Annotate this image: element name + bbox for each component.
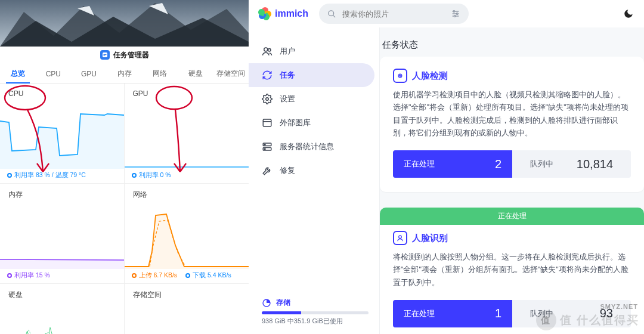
sidebar-item-jobs[interactable]: 任务 (249, 63, 374, 87)
sidebar-item-label: 设置 (280, 94, 295, 104)
immich-logo[interactable]: immich (258, 7, 308, 20)
tab-memory[interactable]: 内存 (107, 64, 143, 83)
svg-point-29 (401, 75, 401, 76)
sidebar-item-label: 用户 (280, 46, 295, 57)
disk-card[interactable]: 硬盘 (0, 284, 125, 334)
sidebar-item-label: 服务器统计信息 (280, 141, 334, 152)
memory-card-title: 内存 (8, 190, 117, 200)
task-manager-banner (0, 0, 249, 47)
gpu-legend: 利用率 0 % (132, 171, 242, 180)
tab-cpu[interactable]: CPU (36, 64, 72, 83)
network-graph (125, 209, 249, 269)
cpu-card-title: CPU (8, 89, 117, 98)
disk-graph (0, 317, 75, 334)
processing-banner: 正在处理 (380, 208, 644, 225)
immich-logo-text: immich (275, 8, 308, 19)
sidebar-item-users[interactable]: 用户 (249, 39, 374, 63)
immich-panel: immich 用户 任务 设置 外部图库 服务器统 (249, 0, 644, 334)
refresh-icon (262, 70, 273, 81)
svg-point-19 (268, 49, 271, 52)
server-icon (262, 141, 273, 152)
network-legend: 上传 6.7 KB/s 下载 5.4 KB/s (132, 271, 242, 280)
gpu-card[interactable]: GPU 利用率 0 % (125, 84, 249, 184)
storage-widget: 存储 938 GiB 中351.9 GiB已使用 (262, 298, 369, 326)
storage-card[interactable]: 存储空间 (125, 284, 249, 334)
job-description: 使用机器学习检测项目中的人脸（视频只检测其缩略图中的人脸）。选择"全部"将会（重… (393, 89, 631, 140)
svg-rect-6 (103, 54, 106, 55)
svg-point-26 (265, 149, 266, 150)
task-manager-tabs: 总览 CPU GPU 内存 网络 硬盘 存储空间 (0, 64, 249, 84)
sliders-icon[interactable] (451, 9, 460, 18)
gpu-card-title: GPU (133, 89, 242, 98)
memory-legend: 利用率 15 % (7, 271, 117, 280)
gpu-graph (125, 109, 249, 169)
dark-mode-icon[interactable] (623, 8, 634, 20)
gear-icon (262, 94, 273, 104)
sidebar-item-repair[interactable]: 修复 (249, 159, 374, 183)
job-active-count: 1 (495, 307, 501, 320)
page-title: 任务状态 (380, 27, 644, 57)
storage-bar (262, 311, 369, 314)
job-card-face-detection: 人脸检测 使用机器学习检测项目中的人脸（视频只检测其缩略图中的人脸）。选择"全部… (380, 57, 644, 192)
tab-overview[interactable]: 总览 (0, 64, 36, 83)
storage-label: 存储 (276, 298, 290, 308)
sidebar-item-label: 修复 (280, 165, 295, 176)
immich-logo-mark (258, 7, 271, 20)
job-card-face-recognition: 人脸识别 将检测到的人脸按照人物分组。这一步将在人脸检测完成后执行。选择"全部"… (380, 219, 644, 334)
tab-disk[interactable]: 硬盘 (178, 64, 213, 83)
storage-text: 938 GiB 中351.9 GiB已使用 (262, 317, 369, 326)
svg-point-25 (265, 144, 266, 146)
svg-point-28 (399, 75, 400, 76)
task-manager-title-text: 任务管理器 (113, 50, 149, 60)
svg-point-17 (454, 16, 456, 17)
sidebar-item-external-library[interactable]: 外部图库 (249, 111, 374, 135)
job-progress-bar: 正在处理 1 队列中 93 (393, 300, 631, 327)
tab-network[interactable]: 网络 (142, 64, 178, 83)
svg-point-30 (399, 236, 402, 239)
search-box[interactable] (319, 4, 469, 24)
cpu-card[interactable]: CPU 利用率 83 % / 温度 79 °C (0, 84, 125, 184)
job-title: 人脸识别 (412, 233, 448, 244)
face-recog-icon (393, 231, 407, 245)
cpu-legend: 利用率 83 % / 温度 79 °C (7, 171, 117, 180)
face-detect-icon (393, 69, 407, 83)
sidebar-item-settings[interactable]: 设置 (249, 87, 374, 111)
svg-point-18 (264, 48, 268, 51)
pie-icon (262, 298, 271, 308)
search-icon (327, 10, 336, 18)
svg-line-11 (333, 15, 335, 17)
storage-card-title: 存储空间 (133, 290, 242, 300)
svg-rect-21 (263, 119, 271, 126)
tab-storage[interactable]: 存储空间 (213, 64, 249, 83)
wrench-icon (262, 165, 273, 176)
network-card-title: 网络 (133, 190, 242, 200)
job-active-count: 2 (495, 157, 501, 171)
sidebar-item-label: 外部图库 (280, 117, 311, 128)
svg-rect-7 (103, 55, 105, 56)
job-active-label: 正在处理 (404, 159, 435, 169)
job-active-label: 正在处理 (404, 308, 435, 319)
tab-gpu[interactable]: GPU (71, 64, 107, 83)
library-icon (262, 117, 273, 128)
sidebar-item-server-stats[interactable]: 服务器统计信息 (249, 135, 374, 159)
svg-point-20 (266, 98, 269, 101)
disk-card-title: 硬盘 (8, 290, 117, 300)
memory-graph (0, 209, 124, 269)
watermark-smyz: SMYZ.NET (600, 303, 638, 310)
immich-sidebar: 用户 任务 设置 外部图库 服务器统计信息 修复 存储 93 (249, 27, 380, 334)
memory-card[interactable]: 内存 利用率 15 % (0, 184, 125, 284)
task-manager-panel: 任务管理器 总览 CPU GPU 内存 网络 硬盘 存储空间 CPU 利用率 8… (0, 0, 249, 334)
job-queue-count: 10,814 (577, 157, 613, 171)
job-queue-label: 队列中 (530, 308, 553, 319)
search-input[interactable] (342, 10, 445, 18)
job-title: 人脸检测 (412, 70, 448, 82)
svg-point-15 (453, 11, 455, 13)
job-queue-label: 队列中 (530, 159, 553, 169)
task-manager-title: 任务管理器 (0, 48, 249, 62)
job-description: 将检测到的人脸按照人物分组。这一步将在人脸检测完成后执行。选择"全部"项会（重新… (393, 251, 631, 289)
job-progress-bar: 正在处理 2 队列中 10,814 (393, 150, 631, 178)
network-card[interactable]: 网络 上传 6.7 KB/s 下载 5.4 KB/s (125, 184, 249, 284)
task-manager-grid: CPU 利用率 83 % / 温度 79 °C GPU 利用率 0 % 内存 (0, 84, 249, 334)
sidebar-item-label: 任务 (280, 70, 295, 81)
svg-point-16 (456, 13, 458, 15)
